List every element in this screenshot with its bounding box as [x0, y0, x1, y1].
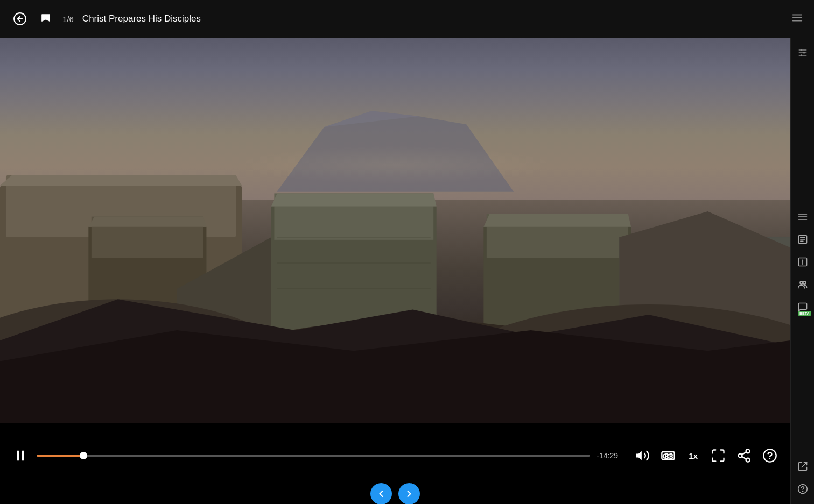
svg-rect-29	[22, 451, 24, 461]
terrain-layer	[0, 134, 790, 423]
share-button[interactable]	[734, 446, 754, 465]
fullscreen-button[interactable]	[708, 446, 728, 465]
sidebar-share-button[interactable]	[793, 457, 812, 476]
svg-marker-6	[0, 175, 242, 186]
svg-point-44	[800, 54, 802, 56]
svg-marker-12	[271, 194, 437, 207]
svg-point-42	[800, 49, 802, 51]
progress-thumb	[80, 452, 87, 459]
info-button[interactable]	[793, 252, 812, 272]
right-sidebar: BETA	[790, 38, 814, 504]
progress-fill	[37, 455, 83, 457]
help-button[interactable]	[760, 446, 780, 465]
video-area: -14:29	[0, 38, 790, 504]
nav-arrows	[0, 488, 790, 504]
main-layout: -14:29	[0, 38, 814, 504]
video-scene	[0, 38, 790, 423]
svg-marker-30	[636, 451, 642, 460]
video-container[interactable]	[0, 38, 790, 423]
comments-button[interactable]: BETA	[793, 297, 812, 317]
progress-track[interactable]	[37, 455, 590, 457]
svg-point-56	[803, 281, 805, 284]
svg-marker-16	[483, 214, 631, 227]
next-button[interactable]	[398, 483, 420, 504]
beta-badge: BETA	[798, 311, 811, 316]
svg-point-55	[800, 281, 803, 284]
cc-button[interactable]	[658, 446, 678, 465]
sidebar-menu-button[interactable]	[793, 207, 812, 226]
prev-button[interactable]	[370, 483, 392, 504]
svg-rect-28	[17, 451, 19, 461]
settings-icon	[791, 12, 803, 24]
svg-line-36	[742, 452, 746, 455]
svg-line-35	[742, 457, 746, 459]
volume-button[interactable]	[633, 446, 652, 465]
people-button[interactable]	[793, 275, 812, 294]
flag-button[interactable]	[38, 11, 54, 27]
transcript-button[interactable]	[793, 230, 812, 249]
adjust-icon-button[interactable]	[793, 43, 812, 62]
episode-counter: 1/6	[62, 15, 74, 24]
time-remaining: -14:29	[597, 451, 626, 460]
top-bar: 1/6 Christ Prepares His Disciples	[0, 0, 814, 38]
sidebar-help-button[interactable]	[793, 479, 812, 499]
controls-bar: -14:29	[0, 423, 790, 488]
episode-title: Christ Prepares His Disciples	[82, 13, 201, 24]
top-bar-left: 1/6 Christ Prepares His Disciples	[11, 10, 783, 28]
progress-container: -14:29	[11, 446, 780, 465]
svg-point-43	[803, 52, 804, 53]
speed-button[interactable]: 1x	[684, 449, 702, 463]
pause-button[interactable]	[11, 446, 30, 465]
back-button[interactable]	[11, 10, 29, 28]
svg-marker-9	[88, 217, 206, 227]
